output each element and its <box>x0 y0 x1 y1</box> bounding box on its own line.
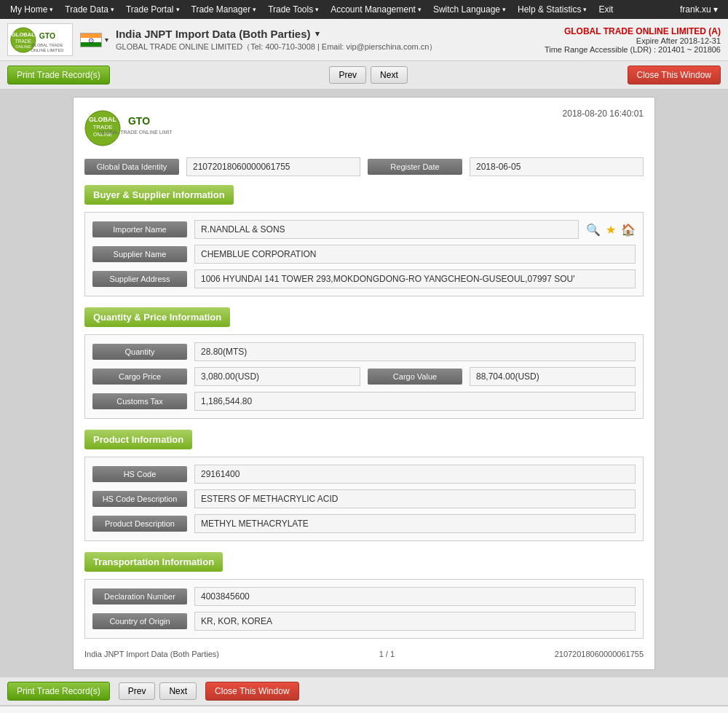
next-button-bottom[interactable]: Next <box>159 682 197 700</box>
supplier-address-value: 1006 HYUNDAI 141 TOWER 293,MOKDONGDONG-R… <box>194 269 636 288</box>
quantity-value: 28.80(MTS) <box>194 342 636 361</box>
product-title: Product Information <box>84 430 192 449</box>
customs-tax-label: Customs Tax <box>92 393 187 409</box>
nav-help-statistics[interactable]: Help & Statistics ▾ <box>512 0 593 19</box>
print-button-bottom[interactable]: Print Trade Record(s) <box>7 682 110 701</box>
record-card: GLOBAL TRADE ONLINE GTO GLOBAL TRADE ONL… <box>73 97 655 670</box>
flag-dropdown[interactable]: ▾ <box>105 36 108 44</box>
search-icon[interactable]: 🔍 <box>586 222 601 237</box>
toolbar-bottom: Print Trade Record(s) Prev Next Close Th… <box>0 677 728 706</box>
nav-arrow: ▾ <box>583 6 587 13</box>
svg-text:ONLINE LIMITED: ONLINE LIMITED <box>31 48 63 52</box>
header-right: GLOBAL TRADE ONLINE LIMITED (A) Expire A… <box>545 26 721 54</box>
declaration-number-value: 4003845600 <box>194 587 636 606</box>
country-origin-value: KR, KOR, KOREA <box>194 612 636 631</box>
footer-record-id: 21072018060000061755 <box>555 650 644 658</box>
quantity-price-body: Quantity 28.80(MTS) Cargo Price 3,080.00… <box>84 334 644 419</box>
buyer-supplier-section: Buyer & Supplier Information Importer Na… <box>84 185 644 296</box>
header-subtitle: GLOBAL TRADE ONLINE LIMITED（Tel: 400-710… <box>116 42 545 52</box>
card-timestamp: 2018-08-20 16:40:01 <box>563 109 644 119</box>
cargo-price-label: Cargo Price <box>92 369 187 385</box>
register-date-value: 2018-06-05 <box>470 157 644 176</box>
product-desc-label: Product Description <box>92 516 187 532</box>
customs-tax-value: 1,186,544.80 <box>194 392 636 411</box>
importer-name-label: Importer Name <box>92 221 187 237</box>
buyer-supplier-title: Buyer & Supplier Information <box>84 185 234 205</box>
nav-arrow: ▾ <box>315 6 319 13</box>
supplier-name-label: Supplier Name <box>92 246 187 262</box>
card-footer: India JNPT Import Data (Both Parties) 1 … <box>84 650 644 658</box>
transportation-section: Transportation Information Declaration N… <box>84 552 644 639</box>
country-origin-row: Country of Origin KR, KOR, KOREA <box>92 612 636 631</box>
close-button-top[interactable]: Close This Window <box>628 66 721 84</box>
toolbar-top: Print Trade Record(s) Prev Next Close Th… <box>0 61 728 90</box>
cargo-value-value: 88,704.00(USD) <box>470 367 636 386</box>
declaration-number-row: Declaration Number 4003845600 <box>92 587 636 606</box>
transportation-title: Transportation Information <box>84 552 223 572</box>
cargo-price-value: 3,080.00(USD) <box>194 367 360 386</box>
nav-trade-portal[interactable]: Trade Portal ▾ <box>120 0 186 19</box>
declaration-number-label: Declaration Number <box>92 588 187 604</box>
nav-arrow: ▾ <box>253 6 256 13</box>
quantity-price-section: Quantity & Price Information Quantity 28… <box>84 307 644 419</box>
nav-trade-data[interactable]: Trade Data ▾ <box>59 0 120 19</box>
supplier-address-row: Supplier Address 1006 HYUNDAI 141 TOWER … <box>92 269 636 288</box>
hs-code-label: HS Code <box>92 466 187 482</box>
identity-row: Global Data Identity 2107201806000006175… <box>84 157 644 176</box>
title-dropdown[interactable]: ▾ <box>315 29 320 39</box>
buyer-supplier-body: Importer Name R.NANDLAL & SONS 🔍 ★ 🏠 Sup… <box>84 212 644 296</box>
nav-trade-manager[interactable]: Trade Manager ▾ <box>186 0 263 19</box>
svg-text:ONLINE: ONLINE <box>15 44 31 49</box>
print-button-top[interactable]: Print Trade Record(s) <box>7 66 110 84</box>
product-body: HS Code 29161400 HS Code Description EST… <box>84 457 644 541</box>
quantity-label: Quantity <box>92 344 187 360</box>
page-title: India JNPT Import Data (Both Parties) ▾ <box>116 28 545 40</box>
svg-text:GLOBAL TRADE: GLOBAL TRADE <box>31 43 63 47</box>
nav-arrow: ▾ <box>502 6 506 13</box>
global-data-identity-value: 21072018060000061755 <box>186 157 360 176</box>
nav-my-home[interactable]: My Home ▾ <box>4 0 59 19</box>
close-button-bottom[interactable]: Close This Window <box>205 682 298 701</box>
header-bar: GLOBAL TRADE ONLINE GTO GLOBAL TRADE ONL… <box>0 19 728 61</box>
nav-arrow: ▾ <box>418 6 422 13</box>
hs-code-desc-label: HS Code Description <box>92 491 187 507</box>
card-header: GLOBAL TRADE ONLINE GTO GLOBAL TRADE ONL… <box>84 109 644 149</box>
global-data-identity-label: Global Data Identity <box>84 159 179 175</box>
svg-text:GTO: GTO <box>128 115 150 127</box>
country-origin-label: Country of Origin <box>92 613 187 629</box>
nav-trade-tools[interactable]: Trade Tools ▾ <box>262 0 325 19</box>
home-icon[interactable]: 🏠 <box>621 222 636 237</box>
india-flag <box>80 33 102 47</box>
svg-text:GLOBAL: GLOBAL <box>11 31 34 38</box>
hs-code-value: 29161400 <box>194 465 636 484</box>
card-logo: GLOBAL TRADE ONLINE GTO GLOBAL TRADE ONL… <box>84 109 172 149</box>
next-button-top[interactable]: Next <box>371 66 408 84</box>
action-icons: 🔍 ★ 🏠 <box>586 222 636 237</box>
prev-button-bottom[interactable]: Prev <box>119 682 156 700</box>
product-desc-value: METHYL METHACRYLATE <box>194 514 636 533</box>
user-menu[interactable]: frank.xu ▾ <box>674 4 724 15</box>
register-date-label: Register Date <box>368 159 462 175</box>
importer-row: Importer Name R.NANDLAL & SONS 🔍 ★ 🏠 <box>92 220 636 239</box>
transportation-body: Declaration Number 4003845600 Country of… <box>84 579 644 639</box>
supplier-address-label: Supplier Address <box>92 271 187 287</box>
flag-area: ▾ <box>80 33 108 47</box>
nav-exit[interactable]: Exit <box>593 0 619 19</box>
card-logo-svg: GLOBAL TRADE ONLINE GTO GLOBAL TRADE ONL… <box>84 109 172 149</box>
page-footer: Company Website | Global Customs Data | … <box>0 706 728 713</box>
hs-code-desc-row: HS Code Description ESTERS OF METHACRYLI… <box>92 489 636 508</box>
company-logo: GLOBAL TRADE ONLINE GTO GLOBAL TRADE ONL… <box>7 23 73 56</box>
nav-arrow: ▾ <box>111 6 114 13</box>
nav-arrow: ▾ <box>50 6 53 13</box>
customs-tax-row: Customs Tax 1,186,544.80 <box>92 392 636 411</box>
nav-arrow: ▾ <box>176 6 180 13</box>
star-icon[interactable]: ★ <box>604 222 618 237</box>
ldr-range: Time Range Accessible (LDR) : 201401 ~ 2… <box>545 45 721 54</box>
expire-date: Expire After 2018-12-31 <box>545 36 721 45</box>
main-content: GLOBAL TRADE ONLINE GTO GLOBAL TRADE ONL… <box>0 90 728 677</box>
nav-account-management[interactable]: Account Management ▾ <box>325 0 427 19</box>
nav-switch-language[interactable]: Switch Language ▾ <box>427 0 512 19</box>
gto-logo-svg: GLOBAL TRADE ONLINE GTO GLOBAL TRADE ONL… <box>9 25 71 55</box>
hs-code-row: HS Code 29161400 <box>92 465 636 484</box>
prev-button-top[interactable]: Prev <box>329 66 366 84</box>
